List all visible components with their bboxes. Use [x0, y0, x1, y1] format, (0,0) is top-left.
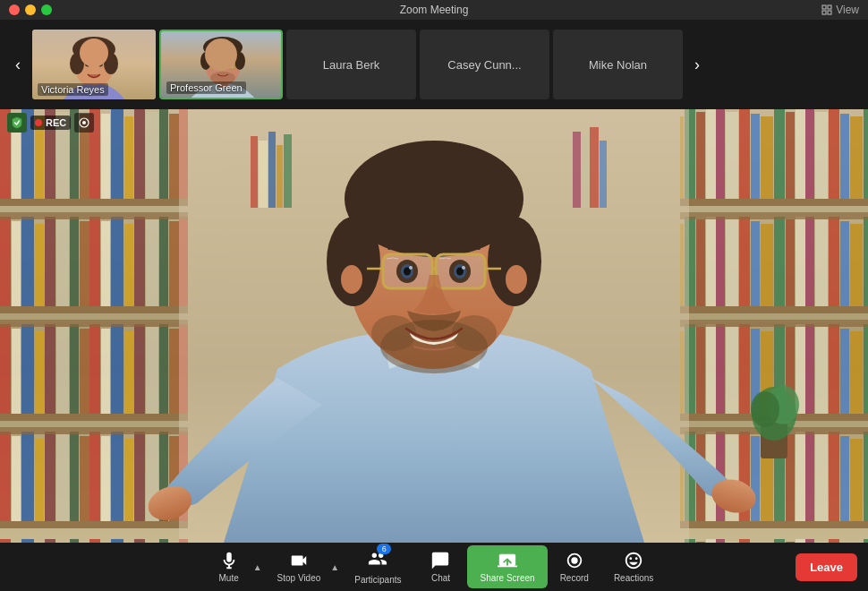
professor-green-name-label: Professor Green [166, 81, 246, 94]
svg-rect-64 [600, 141, 607, 208]
video-arrow[interactable]: ▲ [328, 562, 342, 572]
svg-rect-58 [268, 132, 276, 208]
camera-icon [74, 113, 94, 133]
rec-label: REC [46, 117, 66, 128]
record-icon [565, 551, 584, 570]
prev-arrow[interactable]: ‹ [7, 38, 29, 91]
leave-area: Leave [796, 553, 857, 581]
svg-point-77 [506, 265, 527, 294]
mute-button[interactable]: Mute [202, 547, 256, 587]
mute-arrow[interactable]: ▲ [251, 562, 265, 572]
chat-button[interactable]: Chat [413, 547, 467, 587]
mic-icon [219, 551, 239, 570]
chat-icon [430, 551, 450, 570]
svg-point-11 [104, 53, 118, 74]
svg-rect-63 [590, 127, 599, 208]
svg-point-80 [452, 315, 497, 351]
svg-rect-48 [0, 212, 188, 219]
svg-point-17 [203, 37, 243, 58]
svg-point-23 [215, 62, 219, 67]
svg-rect-57 [259, 141, 268, 208]
svg-rect-53 [680, 320, 868, 327]
svg-rect-62 [582, 136, 589, 208]
participant-thumb-casey[interactable]: Casey Cunn... [420, 30, 549, 99]
chat-label: Chat [431, 573, 450, 583]
share-screen-icon [498, 551, 517, 570]
svg-point-12 [85, 61, 90, 67]
view-label: View [836, 4, 859, 16]
svg-rect-49 [0, 320, 188, 327]
svg-rect-59 [277, 145, 283, 208]
svg-point-95 [571, 557, 577, 563]
svg-point-79 [371, 315, 416, 351]
video-icon [289, 551, 309, 570]
rec-badge: REC [30, 116, 71, 130]
svg-point-13 [98, 61, 103, 67]
stop-video-group: Stop Video ▲ [265, 547, 343, 587]
svg-point-10 [70, 53, 84, 74]
mike-name-label: Mike Nolan [589, 58, 647, 72]
svg-rect-61 [573, 132, 581, 208]
svg-point-27 [82, 121, 86, 124]
casey-name-label: Casey Cunn... [447, 58, 521, 72]
participant-thumb-laura[interactable]: Laura Berk [286, 30, 416, 99]
svg-rect-21 [224, 61, 234, 69]
svg-rect-52 [680, 212, 868, 219]
svg-rect-20 [211, 61, 222, 69]
participants-label: Participants [354, 575, 401, 585]
mute-group: Mute ▲ [202, 547, 265, 587]
record-label: Record [560, 573, 589, 583]
reactions-label: Reactions [614, 573, 653, 583]
share-screen-label: Share Screen [480, 573, 534, 583]
participant-thumb-professor-green[interactable]: Professor Green [159, 30, 283, 99]
status-bar: REC [7, 113, 94, 133]
svg-rect-50 [0, 427, 188, 434]
svg-point-18 [200, 52, 211, 70]
participants-button[interactable]: 6 Participants [342, 545, 413, 588]
stop-video-label: Stop Video [277, 573, 321, 583]
svg-rect-2 [822, 11, 826, 14]
svg-rect-3 [828, 11, 831, 14]
participants-count: 6 [377, 544, 391, 554]
maximize-button[interactable] [41, 4, 52, 15]
record-button[interactable]: Record [548, 547, 601, 587]
svg-rect-0 [822, 5, 826, 9]
minimize-button[interactable] [25, 4, 36, 15]
close-button[interactable] [9, 4, 20, 15]
toolbar: Mute ▲ Stop Video ▲ 6 Participants Chat [0, 543, 868, 591]
svg-rect-1 [828, 5, 831, 9]
svg-point-19 [234, 52, 245, 70]
svg-point-68 [751, 391, 779, 427]
next-arrow[interactable]: › [686, 38, 708, 91]
rec-dot [35, 119, 42, 126]
laura-name-label: Laura Berk [323, 58, 380, 72]
title-bar: Zoom Meeting View [0, 0, 868, 20]
reactions-icon [624, 551, 643, 570]
view-icon [821, 4, 832, 15]
svg-point-93 [462, 266, 465, 270]
svg-point-76 [341, 265, 362, 294]
svg-point-92 [409, 266, 413, 270]
stop-video-button[interactable]: Stop Video [265, 547, 334, 587]
window-controls [0, 4, 52, 15]
view-button[interactable]: View [821, 4, 868, 16]
mute-label: Mute [219, 573, 239, 583]
svg-rect-60 [284, 134, 292, 208]
participant-thumb-victoria[interactable]: Victoria Reyes [32, 30, 156, 99]
participant-strip: ‹ [0, 20, 868, 109]
share-screen-button[interactable]: Share Screen [467, 545, 547, 588]
victoria-name-label: Victoria Reyes [38, 83, 108, 96]
svg-point-24 [227, 62, 232, 67]
participant-thumb-mike[interactable]: Mike Nolan [553, 30, 683, 99]
main-speaker-svg [0, 109, 868, 543]
window-title: Zoom Meeting [400, 4, 469, 16]
shield-icon [7, 113, 27, 133]
main-video [0, 109, 868, 543]
svg-rect-56 [251, 136, 258, 208]
leave-button[interactable]: Leave [796, 553, 857, 581]
reactions-button[interactable]: Reactions [601, 547, 666, 587]
